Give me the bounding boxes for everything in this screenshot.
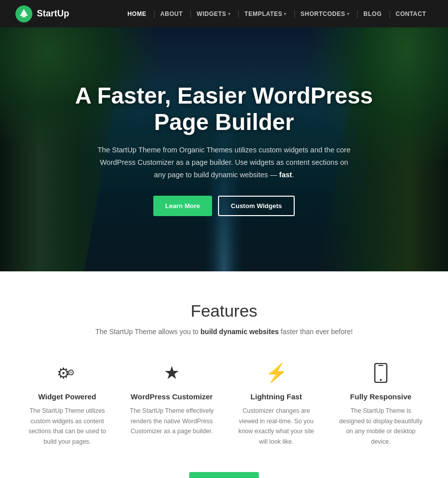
navbar: StartUp HOME ABOUT WIDGETS ▾ TEMPLATES ▾ [0,0,448,27]
nav-link-templates[interactable]: TEMPLATES ▾ [237,10,294,17]
hero-title: A Faster, Easier WordPress Page Builder [65,83,383,135]
nav-link-contact[interactable]: CONTACT [389,10,433,17]
mobile-icon [374,360,388,385]
hero-section: A Faster, Easier WordPress Page Builder … [0,27,448,271]
bolt-icon: ⚡ [265,360,288,385]
feature-name-responsive: Fully Responsive [350,392,411,401]
logo-icon [15,5,33,23]
features-subtitle: The StartUp Theme allows you to build dy… [20,328,428,336]
hero-buttons: Learn More Custom Widgets [65,196,383,216]
nav-item-templates[interactable]: TEMPLATES ▾ [237,10,294,17]
learn-more-button[interactable]: Learn More [153,196,212,216]
nav-item-widgets[interactable]: WIDGETS ▾ [190,10,237,17]
nav-links: HOME ABOUT WIDGETS ▾ TEMPLATES ▾ SHORTCO… [120,10,433,17]
feature-desc-customizer: The StartUp Theme effectively renders th… [129,406,214,437]
feature-wp-customizer: ★ WordPress Customizer The StartUp Theme… [124,360,219,447]
nav-item-shortcodes[interactable]: SHORTCODES ▾ [294,10,356,17]
nav-link-about[interactable]: ABOUT [153,10,190,17]
feature-desc-responsive: The StartUp Theme is designed to display… [338,406,423,447]
feature-responsive: Fully Responsive The StartUp Theme is de… [334,360,428,447]
chevron-down-icon: ▾ [347,11,350,16]
features-learn-more-button[interactable]: Learn More [189,472,258,478]
custom-widgets-button[interactable]: Custom Widgets [218,196,295,216]
nav-item-contact[interactable]: CONTACT [389,10,433,17]
svg-point-4 [380,379,382,381]
feature-desc-widget: The StartUp Theme utilizes custom widget… [25,406,110,447]
hero-content: A Faster, Easier WordPress Page Builder … [55,83,393,217]
feature-widget-powered: ⚙⚙ Widget Powered The StartUp Theme util… [20,360,114,447]
nav-link-shortcodes[interactable]: SHORTCODES ▾ [294,10,356,17]
nav-link-home[interactable]: HOME [120,10,153,17]
features-grid: ⚙⚙ Widget Powered The StartUp Theme util… [20,360,428,447]
nav-item-about[interactable]: ABOUT [153,10,190,17]
feature-name-fast: Lightning Fast [250,392,302,401]
chevron-down-icon: ▾ [284,11,287,16]
feature-desc-fast: Customizer changes are viewed in real-ti… [234,406,319,447]
svg-rect-2 [22,16,26,17]
gear-icon: ⚙⚙ [57,360,78,385]
features-section: Features The StartUp Theme allows you to… [0,271,448,478]
logo-text: StartUp [37,8,69,19]
logo[interactable]: StartUp [15,5,120,23]
features-title: Features [20,301,428,321]
nav-item-home[interactable]: HOME [120,10,153,17]
hero-subtitle: The StartUp Theme from Organic Themes ut… [95,144,353,181]
star-icon: ★ [164,360,180,385]
chevron-down-icon: ▾ [228,11,231,16]
nav-item-blog[interactable]: BLOG [356,10,389,17]
feature-name-customizer: WordPress Customizer [131,392,213,401]
feature-name-widget: Widget Powered [38,392,97,401]
nav-link-blog[interactable]: BLOG [356,10,389,17]
feature-lightning-fast: ⚡ Lightning Fast Customizer changes are … [229,360,324,447]
nav-link-widgets[interactable]: WIDGETS ▾ [190,10,237,17]
